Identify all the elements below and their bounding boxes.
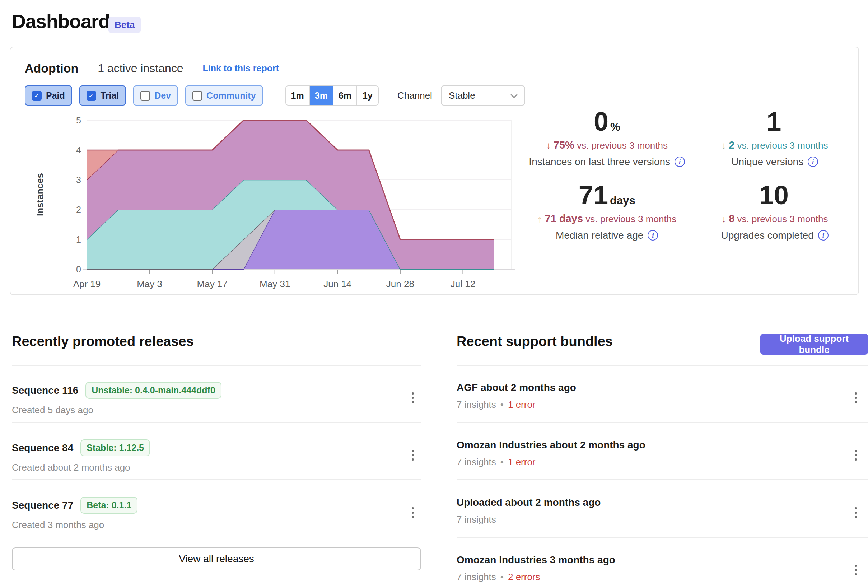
info-icon[interactable]: i: [808, 157, 818, 167]
bundle-row: Omozan Industries about 2 months ago 7 i…: [457, 439, 645, 468]
release-version-badge: Unstable: 0.4.0-main.444ddf0: [86, 382, 221, 399]
filter-chip-paid[interactable]: ✓ Paid: [25, 86, 72, 106]
stat-upgrades-completed: 10 ↓ 8 vs. previous 3 months Upgrades co…: [691, 181, 859, 255]
release-created: Created 5 days ago: [12, 405, 221, 416]
bundle-title: Omozan Industries about 2 months ago: [457, 439, 645, 451]
filter-label: Dev: [154, 90, 171, 101]
release-title: Sequence 116: [12, 385, 78, 396]
checkbox-icon: ✓: [32, 91, 41, 100]
svg-text:Instances: Instances: [37, 173, 45, 216]
stat-unique-versions: 1 ↓ 2 vs. previous 3 months Unique versi…: [691, 108, 859, 181]
bundle-row: Uploaded about 2 months ago 7 insights•: [457, 497, 601, 525]
filter-chip-community[interactable]: ✓ Community: [185, 86, 263, 106]
bundles-heading: Recent support bundles: [457, 334, 613, 349]
link-to-report[interactable]: Link to this report: [203, 63, 279, 74]
svg-text:2: 2: [76, 205, 81, 215]
svg-text:0: 0: [76, 264, 81, 274]
adoption-card-header: Adoption 1 active instance Link to this …: [25, 60, 279, 76]
stat-instances-last-three-versions: 0% ↓ 75% vs. previous 3 months Instances…: [523, 108, 691, 181]
bundle-title: AGF about 2 months ago: [457, 382, 576, 393]
svg-text:5: 5: [76, 115, 81, 125]
bundle-insights: 7 insights: [457, 572, 496, 582]
page-title: Dashboard: [12, 10, 110, 32]
bundle-insights: 7 insights: [457, 399, 496, 410]
chevron-down-icon: [511, 91, 518, 98]
adoption-chart-svg: 012345Apr 19May 3May 17May 31Jun 14Jun 2…: [37, 115, 518, 292]
channel-select[interactable]: Stable: [441, 86, 525, 106]
svg-text:Jul 12: Jul 12: [450, 279, 475, 290]
info-icon[interactable]: i: [818, 230, 828, 241]
beta-badge: Beta: [108, 16, 141, 33]
bundle-menu-button[interactable]: [849, 559, 863, 581]
bundle-insights: 7 insights: [457, 457, 496, 467]
range-3m[interactable]: 3m: [309, 86, 333, 105]
release-version-badge: Stable: 1.12.5: [80, 439, 150, 456]
svg-text:Jun 14: Jun 14: [323, 279, 351, 290]
stat-trend: ↓ 8 vs. previous 3 months: [691, 213, 859, 225]
range-6m[interactable]: 6m: [333, 86, 356, 105]
dot-separator: •: [500, 399, 503, 410]
bundle-errors: 1 error: [508, 457, 536, 467]
svg-text:1: 1: [76, 234, 81, 244]
divider: [457, 365, 868, 366]
channel-selected-value: Stable: [449, 90, 475, 101]
divider: [12, 422, 421, 423]
adoption-card: Adoption 1 active instance Link to this …: [10, 47, 859, 295]
release-menu-button[interactable]: [406, 387, 420, 409]
range-1m[interactable]: 1m: [286, 86, 309, 105]
bundle-errors: 1 error: [508, 399, 536, 410]
release-row: Sequence 77 Beta: 0.1.1 Created 3 months…: [12, 497, 137, 530]
bundle-title: Omozan Industries 3 months ago: [457, 554, 615, 566]
trend-up-icon: ↑: [537, 214, 542, 225]
release-row: Sequence 116 Unstable: 0.4.0-main.444ddf…: [12, 382, 221, 416]
checkbox-icon: ✓: [140, 91, 150, 100]
bundle-menu-button[interactable]: [849, 502, 863, 523]
filter-chip-trial[interactable]: ✓ Trial: [79, 86, 126, 106]
bundle-title: Uploaded about 2 months ago: [457, 497, 601, 508]
stat-median-relative-age: 71days ↑ 71 days vs. previous 3 months M…: [523, 181, 691, 255]
time-range-segmented-control: 1m 3m 6m 1y: [285, 86, 379, 106]
filter-label: Trial: [100, 90, 119, 101]
svg-text:3: 3: [76, 175, 81, 185]
divider: [457, 538, 868, 538]
view-all-releases-button[interactable]: View all releases: [12, 547, 421, 570]
divider: [12, 479, 421, 480]
svg-text:Apr 19: Apr 19: [73, 279, 101, 290]
release-menu-button[interactable]: [406, 502, 420, 523]
release-created: Created 3 months ago: [12, 519, 137, 530]
bundle-row: Omozan Industries 3 months ago 7 insight…: [457, 554, 615, 583]
dot-separator: •: [500, 572, 503, 582]
release-menu-button[interactable]: [406, 445, 420, 466]
info-icon[interactable]: i: [648, 230, 658, 241]
checkbox-icon: ✓: [87, 91, 96, 100]
info-icon[interactable]: i: [675, 157, 685, 167]
release-title: Sequence 77: [12, 500, 73, 511]
svg-text:Jun 28: Jun 28: [386, 279, 414, 290]
range-1y[interactable]: 1y: [356, 86, 378, 105]
stat-trend: ↑ 71 days vs. previous 3 months: [523, 213, 691, 225]
divider: [12, 365, 421, 366]
release-title: Sequence 84: [12, 442, 73, 454]
bundle-menu-button[interactable]: [849, 445, 863, 466]
divider: [88, 60, 88, 76]
adoption-stats: 0% ↓ 75% vs. previous 3 months Instances…: [523, 108, 859, 262]
release-created: Created about 2 months ago: [12, 462, 150, 473]
release-version-badge: Beta: 0.1.1: [80, 497, 137, 514]
svg-text:May 31: May 31: [260, 279, 290, 290]
dot-separator: •: [500, 457, 503, 467]
filter-chip-dev[interactable]: ✓ Dev: [133, 86, 178, 106]
trend-down-icon: ↓: [722, 140, 726, 151]
adoption-title: Adoption: [25, 61, 78, 75]
divider: [457, 479, 868, 480]
adoption-filter-row: ✓ Paid ✓ Trial ✓ Dev ✓ Community 1m 3m 6…: [25, 86, 525, 106]
stat-trend: ↓ 2 vs. previous 3 months: [691, 139, 859, 151]
svg-text:4: 4: [76, 145, 81, 155]
stat-trend: ↓ 75% vs. previous 3 months: [523, 139, 691, 151]
bundle-insights: 7 insights: [457, 514, 496, 525]
upload-support-bundle-button[interactable]: Upload support bundle: [760, 334, 868, 355]
bundle-menu-button[interactable]: [849, 387, 863, 409]
trend-down-icon: ↓: [722, 214, 726, 225]
divider: [457, 422, 868, 423]
bundle-errors: 2 errors: [508, 572, 540, 582]
bundle-row: AGF about 2 months ago 7 insights•1 erro…: [457, 382, 576, 410]
